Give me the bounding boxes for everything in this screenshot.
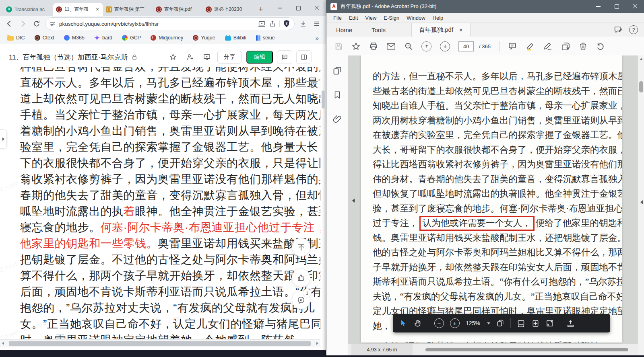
comment-fab-button[interactable]: 1: [292, 291, 310, 309]
browser-menu-button[interactable]: [312, 18, 322, 29]
fit-page-icon[interactable]: [531, 319, 540, 328]
export-pdf-icon[interactable]: [561, 42, 570, 51]
bookmark-dic[interactable]: DIC: [7, 35, 25, 41]
bookmark-midjourney[interactable]: Midjourney: [151, 35, 183, 41]
search-icon[interactable]: [404, 42, 413, 51]
fullscreen-icon[interactable]: [546, 319, 554, 327]
downloads-button[interactable]: [298, 18, 308, 29]
pdf-text-line: 他的古怪之处与阿尔卡蒂奥和阿玛兰妲相比又算不得什么，那两个孩: [373, 245, 622, 260]
reload-button[interactable]: [31, 18, 42, 29]
bookmarks-icon[interactable]: [333, 90, 342, 100]
menu-view[interactable]: View: [361, 15, 380, 21]
zoom-in-button[interactable]: +: [450, 318, 460, 328]
fit-width-icon[interactable]: [517, 319, 525, 328]
screenshot-stage: Translation nc11、百年孤✕百年孤独 第三百年孤独.pdf選必上2…: [0, 0, 644, 357]
comments-panel-button[interactable]: [277, 50, 292, 64]
pdf-vertical-scrollbar-thumb[interactable]: [639, 81, 643, 92]
scroll-left-arrow[interactable]: [2, 342, 4, 345]
browser-tab[interactable]: 百年孤独 第三: [103, 3, 153, 16]
bookmark-bilibili[interactable]: Bilibili: [225, 35, 246, 41]
pdf-vertical-scrollbar[interactable]: [638, 55, 644, 355]
tab-document[interactable]: 百年孤独.pdf ✕: [411, 23, 471, 37]
email-icon[interactable]: [386, 43, 396, 50]
save-icon[interactable]: [334, 42, 343, 51]
help-icon[interactable]: ?: [629, 25, 638, 34]
print-icon[interactable]: [369, 42, 378, 51]
vertical-scrollbar-thumb[interactable]: [322, 90, 325, 109]
close-button[interactable]: [308, 0, 326, 16]
horizontal-scrollbar[interactable]: [0, 339, 320, 347]
bookmark-label: DIC: [16, 35, 25, 41]
horizontal-scrollbar-thumb[interactable]: [9, 341, 311, 346]
zoom-out-button[interactable]: −: [434, 318, 444, 328]
like-button[interactable]: [292, 269, 310, 287]
bookmarks-overflow-button[interactable]: »: [316, 35, 319, 41]
add-collaborator-button[interactable]: [184, 51, 196, 64]
undo-icon[interactable]: [596, 42, 605, 51]
back-to-top-button[interactable]: [292, 238, 310, 256]
share-icon[interactable]: [269, 20, 276, 27]
tab-tools[interactable]: Tools: [362, 23, 395, 37]
hand-tool-icon[interactable]: [413, 319, 422, 328]
pdf-text-line: 验，甚至到了废寝忘食的地步。何塞·阿尔卡蒂奥·布恩迪亚担心他: [373, 201, 622, 216]
star-tool-icon[interactable]: [351, 42, 361, 51]
browser-tab[interactable]: 百年孤独.pdf: [153, 3, 203, 16]
share-document-icon[interactable]: [566, 319, 575, 328]
new-tab-button[interactable]: +: [255, 4, 266, 15]
tab-home[interactable]: Home: [326, 23, 362, 37]
attachments-icon[interactable]: [333, 114, 342, 124]
send-to-device-icon[interactable]: [258, 21, 266, 27]
share-button[interactable]: 分享: [217, 51, 242, 64]
sign-icon[interactable]: [543, 42, 553, 51]
menu-file[interactable]: File: [330, 15, 345, 21]
star-favorite-button[interactable]: [167, 51, 180, 64]
previous-page-arrow[interactable]: [352, 199, 355, 203]
browser-tab[interactable]: 11、百年孤✕: [53, 3, 103, 16]
menu-help[interactable]: Help: [429, 15, 447, 21]
bookmark-yuque[interactable]: Yuque: [193, 35, 215, 41]
comment-tool-icon[interactable]: [508, 42, 517, 51]
scroll-right-arrow[interactable]: [316, 342, 318, 345]
next-page-button[interactable]: [440, 41, 450, 51]
acrobat-close-button[interactable]: [626, 0, 644, 13]
pdf-horizontal-scrollbar-thumb[interactable]: [425, 348, 628, 351]
tab-close-icon[interactable]: ✕: [95, 7, 100, 12]
maximize-button[interactable]: [289, 0, 308, 16]
zoom-dropdown-caret[interactable]: [487, 322, 490, 324]
tab-close-icon[interactable]: ✕: [459, 27, 463, 33]
menu-window[interactable]: Window: [403, 15, 429, 21]
page-view-icon[interactable]: [496, 319, 504, 327]
feedback-icon[interactable]: [614, 26, 623, 34]
url-bar[interactable]: pkuschool.yuque.com/qrvbic/sylxbs/llhhsr: [45, 17, 295, 30]
highlighter-icon[interactable]: [525, 42, 535, 51]
browser-tab[interactable]: 選必上20230: [203, 3, 253, 16]
bookmark-gcp[interactable]: GCP: [122, 35, 141, 41]
bookmark-bard[interactable]: bard: [94, 35, 112, 41]
right-panel-toggle-arrow[interactable]: [640, 200, 643, 204]
acrobat-minimize-button[interactable]: [589, 0, 607, 13]
page-number-field[interactable]: 40: [458, 41, 474, 51]
acrobat-maximize-button[interactable]: [607, 0, 626, 13]
present-button[interactable]: [200, 51, 213, 64]
minimize-button[interactable]: [270, 0, 289, 16]
scroll-up-arrow[interactable]: [640, 58, 643, 60]
bookmark-m365[interactable]: M365: [64, 35, 85, 41]
previous-page-button[interactable]: [421, 41, 431, 51]
edit-button[interactable]: 编辑: [246, 51, 273, 64]
delete-pages-icon[interactable]: [579, 42, 587, 51]
bookmark-ctext[interactable]: Ctext: [35, 35, 54, 41]
browser-tab[interactable]: Translation nc: [3, 3, 53, 16]
select-tool-icon[interactable]: [399, 319, 407, 327]
back-button[interactable]: [4, 18, 14, 29]
bookmark-seiue[interactable]: seiue: [256, 35, 275, 41]
forward-button[interactable]: [18, 18, 28, 29]
zoom-level-value[interactable]: 125%: [466, 320, 480, 326]
layout-panel-button[interactable]: [296, 50, 312, 64]
pdf-text-line: 但却恢复了呱呱坠地时流露出的执著眼神。他全神贯注于金银艺实: [373, 187, 622, 201]
brave-shields-icon[interactable]: [283, 20, 290, 28]
page-thumbnails-icon[interactable]: [332, 66, 342, 76]
menu-esign[interactable]: E-Sign: [380, 15, 403, 21]
menu-edit[interactable]: Edit: [345, 15, 361, 21]
sidebar-expander[interactable]: [0, 129, 7, 149]
toolbar-divider: [499, 41, 500, 51]
